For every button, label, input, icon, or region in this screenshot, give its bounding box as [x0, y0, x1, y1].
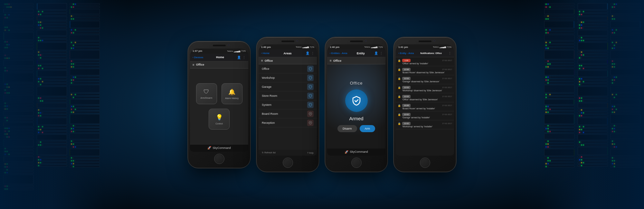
notification-item: 🔒10:0827-02-2017'Board Room' armed by 'I…: [396, 102, 454, 111]
area-item[interactable]: System: [259, 100, 317, 109]
phone-3-carrier: Telstra: [364, 46, 370, 48]
area-status-icon: [307, 66, 314, 72]
notification-body: 10:0827-02-2017'Board Room' armed by 'In…: [402, 104, 452, 110]
alarm-history-button[interactable]: 🔔 Alarm History: [222, 83, 242, 104]
phone-3-nav: ‹ Entities - Area Entity 👤 ⋮: [327, 50, 385, 57]
notification-date: 27-02-2017: [442, 77, 452, 79]
area-item[interactable]: Store Room: [259, 91, 317, 100]
phone-4: 1:41 pm Telstra ▂▃▄▅ 71% ‹ Entity - Area…: [393, 37, 456, 172]
notification-body: 12:5327-02-2017'Garage' disarmed by 'Ell…: [402, 77, 452, 83]
control-button[interactable]: 💡 Control: [209, 109, 230, 130]
armed-shield-icon: [345, 89, 368, 112]
phone-2-mute-btn: [256, 57, 257, 63]
office-area-title: Office: [350, 81, 363, 86]
phone-3-action-buttons: Disarm Arm: [337, 125, 375, 132]
phone-3-rocket-icon: 🚀: [345, 150, 348, 154]
area-item[interactable]: Workshop: [259, 73, 317, 82]
notification-text: 'Workshop' armed by 'Installer': [402, 125, 452, 128]
phone-3-speaker: [350, 41, 363, 42]
area-item[interactable]: Board Room: [259, 109, 317, 118]
phone-3-nav-icons: 👤 ⋮: [374, 51, 383, 55]
phone-1-nav-icons: 👤 ⋮: [237, 56, 246, 59]
phone-4-content: 🔒1:0827-02-2017'Office' armed by 'Instal…: [396, 57, 454, 156]
notification-date: 27-02-2017: [442, 123, 452, 124]
lock-icon: 🔒: [398, 95, 401, 98]
area-item[interactable]: Office: [259, 64, 317, 73]
phone-2-carrier: Telstra: [296, 46, 301, 48]
phone-1-speaker: [213, 45, 226, 46]
phone-1-row-2: 💡 Control: [209, 109, 230, 130]
notification-text: 'Office' disarmed by 'Ellie Jamieson': [402, 98, 452, 101]
phone-1-status-bar: 1:37 pm Telstra ▂▃▄▅ 71%: [190, 49, 248, 54]
help-link[interactable]: ? Help: [307, 152, 314, 154]
disarm-button[interactable]: Disarm: [337, 125, 357, 132]
area-item[interactable]: Reception: [259, 118, 317, 127]
phone-1-power-btn: [250, 64, 251, 75]
phone-3-more-icon[interactable]: ⋮: [380, 51, 383, 55]
phone-1-battery: 71%: [241, 50, 246, 52]
phone-4-more-icon[interactable]: ⋮: [448, 51, 451, 55]
area-status-icon: [307, 120, 314, 126]
phone-2-battery: 71%: [310, 46, 314, 48]
phone-4-screen: 1:41 pm Telstra ▂▃▄▅ 71% ‹ Entity - Area…: [396, 44, 454, 156]
notification-text: 'Office' armed by 'Installer': [402, 62, 452, 65]
phone-1-nav: ‹ Devices Home 👤 ⋮: [190, 54, 248, 61]
phone-2-person-icon[interactable]: 👤: [306, 51, 309, 55]
lock-icon: 🔒: [398, 122, 401, 125]
phone-1-home-button[interactable]: [214, 154, 224, 164]
phone-2-home-button[interactable]: [283, 158, 293, 168]
phone-3-camera: [365, 40, 367, 42]
phone-1-carrier: Telstra: [227, 50, 233, 52]
phone-1-person-icon[interactable]: 👤: [237, 56, 241, 59]
phone-2-time: 1:40 pm: [261, 46, 271, 49]
brand-name: SkyCommand: [213, 146, 231, 150]
phone-4-time: 1:41 pm: [398, 46, 408, 49]
phone-1-header: ≡ Office: [190, 61, 248, 68]
phone-1-back[interactable]: ‹ Devices: [193, 56, 203, 59]
alarm-history-label: Alarm History: [225, 97, 239, 99]
area-item-name: Reception: [262, 121, 275, 124]
phone-3-screen: 1:40 pm Telstra ▂▃▄▅ 71% ‹ Entities - Ar…: [327, 44, 385, 156]
phone-2-back[interactable]: ‹ Home: [261, 52, 270, 55]
phone-3-back[interactable]: ‹ Entities - Area: [330, 52, 347, 55]
phone-4-nav: ‹ Entity - Area Notifications: Office ⋮: [396, 50, 454, 57]
phone-4-signal-icon: ▂▃▄▅: [440, 46, 446, 48]
area-item-name: Workshop: [262, 76, 275, 79]
phone-2-screen: 1:40 pm Telstra ▂▃▄▅ 71% ‹ Home Areas 👤 …: [259, 44, 317, 156]
phone-3-home-button[interactable]: [351, 158, 362, 168]
arm-button[interactable]: Arm: [360, 125, 375, 132]
phone-2-back-chevron: ‹: [261, 52, 262, 55]
area-status-icon: [307, 102, 314, 108]
phones-container: 1:37 pm Telstra ▂▃▄▅ 71% ‹ Devices Home …: [0, 0, 644, 209]
phone-3-signal-icon: ▂▃▄▅: [371, 46, 377, 48]
phone-1-time: 1:37 pm: [193, 50, 202, 52]
lock-icon: 🔒: [398, 59, 401, 62]
arm-disarm-button[interactable]: 🛡 Arm/Disarm: [196, 83, 217, 104]
phone-3-person-icon[interactable]: 👤: [374, 51, 378, 55]
refresh-icon[interactable]: ↻ Refresh list: [262, 151, 276, 154]
notification-body: 12:5327-02-2017'Workshop' disarmed by 'E…: [402, 86, 452, 92]
phone-1-grid: 🛡 Arm/Disarm 🔔 Alarm History 💡 Control: [190, 68, 248, 145]
notification-text: 'Garage' disarmed by 'Ellie Jamieson': [402, 80, 452, 83]
phone-1-content: ≡ Office 🛡 Arm/Disarm 🔔 Alarm History: [190, 61, 248, 152]
notification-time-badge: 12:53: [402, 95, 411, 98]
notification-item: 🔒12:5327-02-2017'Office' disarmed by 'El…: [396, 93, 454, 102]
phone-4-back[interactable]: ‹ Entity - Area: [398, 52, 414, 55]
phone-3-back-chevron: ‹: [330, 52, 331, 55]
phone-2-status-icons: Telstra ▂▃▄▅ 71%: [296, 46, 314, 48]
area-item-name: Board Room: [262, 112, 278, 115]
phone-3-logo: 🚀 SkyCommand: [327, 149, 385, 156]
phone-3-mute-btn: [325, 57, 325, 63]
phone-2-status-bar: 1:40 pm Telstra ▂▃▄▅ 71%: [259, 44, 317, 50]
phone-3-back-label: Entities - Area: [331, 52, 347, 55]
phone-1-more-icon[interactable]: ⋮: [242, 56, 246, 59]
phone-3-menu-icon: ≡: [330, 59, 332, 62]
notification-item: 🔒12:5327-02-2017'Garage' disarmed by 'El…: [396, 75, 454, 84]
phone-4-home-button[interactable]: [420, 158, 430, 168]
area-status-icon: [307, 75, 314, 81]
lock-icon: 🔒: [398, 113, 401, 116]
notification-item: 🔒12:5827-02-2017'Board Room' disarmed by…: [396, 66, 454, 75]
phone-4-status-bar: 1:41 pm Telstra ▂▃▄▅ 71%: [396, 44, 454, 50]
phone-2-more-icon[interactable]: ⋮: [311, 51, 314, 55]
area-item[interactable]: Garage: [259, 82, 317, 91]
